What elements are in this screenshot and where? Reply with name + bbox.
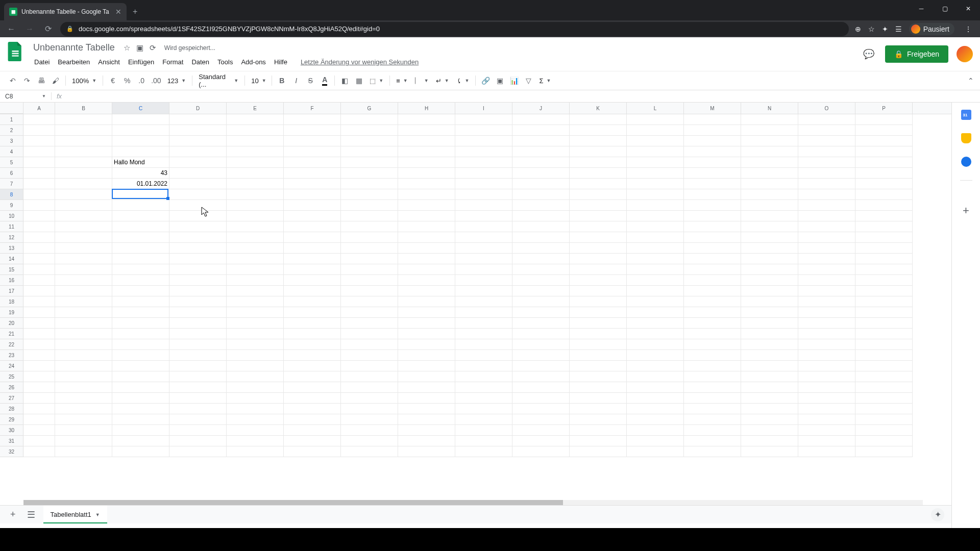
cell[interactable] (741, 189, 798, 200)
cell[interactable] (570, 414, 627, 425)
cell[interactable] (570, 125, 627, 136)
cell[interactable] (23, 371, 55, 382)
number-format-select[interactable]: 123▼ (164, 77, 189, 85)
cell[interactable] (570, 157, 627, 168)
cell[interactable] (55, 307, 112, 318)
zoom-select[interactable]: 100%▼ (69, 77, 100, 85)
cell[interactable] (512, 446, 570, 457)
cell[interactable] (512, 168, 570, 179)
cell[interactable] (227, 179, 284, 189)
cell[interactable] (570, 329, 627, 339)
cell[interactable] (112, 446, 169, 457)
cell[interactable] (23, 275, 55, 286)
cell[interactable] (855, 189, 913, 200)
cell[interactable] (741, 329, 798, 339)
cell[interactable] (570, 393, 627, 404)
cell[interactable] (455, 329, 512, 339)
cell[interactable] (855, 157, 913, 168)
cell[interactable] (55, 125, 112, 136)
cell[interactable] (227, 275, 284, 286)
cell[interactable] (284, 329, 341, 339)
cell[interactable] (455, 211, 512, 221)
horizontal-scrollbar[interactable] (23, 500, 923, 505)
cell[interactable] (284, 286, 341, 296)
cell[interactable] (55, 136, 112, 146)
paint-format-button[interactable]: 🖌 (49, 74, 62, 87)
cell[interactable] (684, 157, 741, 168)
cell[interactable] (512, 371, 570, 382)
cell[interactable] (169, 179, 227, 189)
cell[interactable] (341, 168, 398, 179)
cell[interactable] (23, 286, 55, 296)
cell[interactable] (55, 371, 112, 382)
cell[interactable] (855, 446, 913, 457)
row-header[interactable]: 4 (0, 146, 23, 157)
cell[interactable] (227, 189, 284, 200)
cell[interactable] (455, 414, 512, 425)
cell[interactable] (23, 232, 55, 243)
cell[interactable] (512, 404, 570, 414)
cell[interactable] (112, 339, 169, 350)
cell[interactable] (627, 286, 684, 296)
cell[interactable] (798, 371, 855, 382)
cell[interactable] (284, 350, 341, 361)
tab-close-icon[interactable]: ✕ (115, 8, 121, 16)
cell[interactable] (341, 446, 398, 457)
cell[interactable] (455, 296, 512, 307)
font-size-select[interactable]: 10▼ (248, 77, 268, 85)
cell[interactable] (627, 350, 684, 361)
percent-button[interactable]: % (120, 74, 134, 87)
cell[interactable] (112, 382, 169, 393)
cell[interactable] (23, 318, 55, 329)
cell[interactable] (798, 221, 855, 232)
cell[interactable] (798, 339, 855, 350)
cell[interactable] (512, 425, 570, 436)
cell[interactable] (169, 157, 227, 168)
cell[interactable] (741, 414, 798, 425)
cell[interactable] (55, 318, 112, 329)
cell[interactable] (341, 264, 398, 275)
cell[interactable] (398, 168, 455, 179)
cell[interactable] (398, 243, 455, 254)
cell[interactable] (855, 296, 913, 307)
cell[interactable] (455, 189, 512, 200)
cell[interactable] (284, 179, 341, 189)
cell[interactable] (23, 339, 55, 350)
cell[interactable] (23, 157, 55, 168)
v-align-button[interactable]: ⎸▼ (412, 77, 432, 85)
cell[interactable] (227, 339, 284, 350)
cell[interactable] (512, 189, 570, 200)
column-header[interactable]: M (684, 103, 741, 114)
cell[interactable] (227, 146, 284, 157)
cell[interactable] (55, 254, 112, 264)
cell[interactable] (855, 339, 913, 350)
cell[interactable] (570, 243, 627, 254)
cell[interactable] (684, 318, 741, 329)
window-maximize-button[interactable]: ▢ (933, 0, 957, 17)
nav-forward-button[interactable]: → (23, 24, 36, 34)
column-header[interactable]: A (23, 103, 55, 114)
cell[interactable] (169, 329, 227, 339)
cell[interactable] (855, 179, 913, 189)
cell[interactable] (398, 179, 455, 189)
row-header[interactable]: 21 (0, 329, 23, 339)
cell[interactable] (341, 125, 398, 136)
cell[interactable] (570, 446, 627, 457)
cell[interactable] (55, 211, 112, 221)
cell[interactable] (169, 296, 227, 307)
cell[interactable] (455, 136, 512, 146)
cell[interactable] (455, 114, 512, 125)
cell[interactable] (398, 393, 455, 404)
cell[interactable] (55, 232, 112, 243)
cell[interactable] (23, 200, 55, 211)
cell[interactable] (855, 361, 913, 371)
cell[interactable] (284, 200, 341, 211)
cell[interactable] (284, 264, 341, 275)
share-button[interactable]: 🔒 Freigeben (885, 45, 948, 63)
cell[interactable] (684, 436, 741, 446)
cell[interactable] (741, 136, 798, 146)
cell[interactable] (398, 307, 455, 318)
zoom-icon[interactable]: ⊕ (855, 25, 861, 33)
cell[interactable] (627, 243, 684, 254)
cell[interactable] (512, 393, 570, 404)
